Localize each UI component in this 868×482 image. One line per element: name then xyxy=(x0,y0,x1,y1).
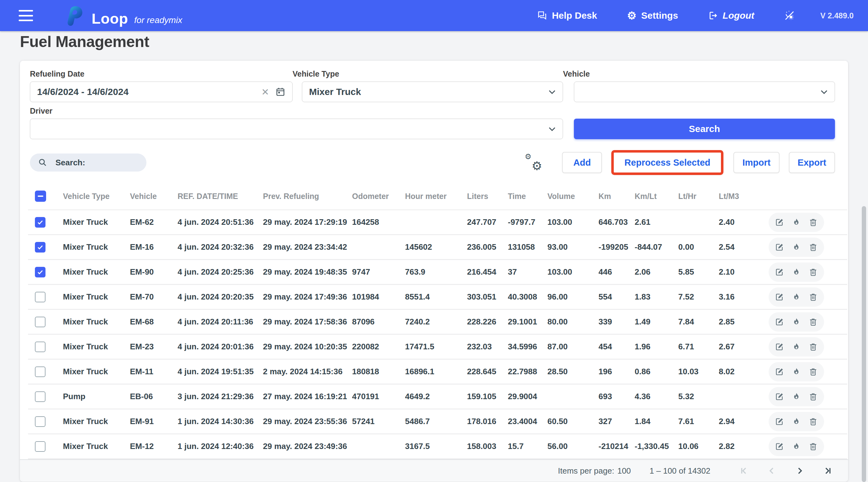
edit-icon[interactable] xyxy=(775,317,784,327)
delete-icon[interactable] xyxy=(808,317,818,327)
row-checkbox[interactable] xyxy=(35,342,45,352)
row-checkbox[interactable] xyxy=(35,242,45,253)
row-checkbox[interactable] xyxy=(35,416,45,427)
row-checkbox[interactable] xyxy=(35,366,45,377)
table-cell: 56.00 xyxy=(548,442,598,451)
edit-icon[interactable] xyxy=(775,342,784,352)
delete-icon[interactable] xyxy=(808,417,818,426)
column-header[interactable]: REF. DATE/TIME xyxy=(178,192,263,201)
edit-icon[interactable] xyxy=(775,242,784,252)
fuel-icon[interactable] xyxy=(792,417,801,426)
delete-icon[interactable] xyxy=(808,342,818,352)
table-cell: Mixer Truck xyxy=(63,442,130,451)
column-header[interactable]: Km xyxy=(598,192,634,201)
refueling-date-label: Refueling Date xyxy=(30,69,292,78)
edit-icon[interactable] xyxy=(775,292,784,302)
import-button[interactable]: Import xyxy=(734,152,779,173)
column-header[interactable]: Prev. Refueling xyxy=(263,192,352,201)
help-desk-button[interactable]: Help Desk xyxy=(537,10,597,21)
table-cell: Mixer Truck xyxy=(63,317,130,327)
theme-toggle-button[interactable] xyxy=(784,10,795,21)
settings-button[interactable]: ⚙ Settings xyxy=(627,10,678,21)
column-header[interactable]: Odometer xyxy=(352,192,405,201)
table-cell: 1.49 xyxy=(634,317,678,327)
column-header[interactable]: Vehicle Type xyxy=(63,192,130,201)
chat-icon xyxy=(537,10,547,21)
delete-icon[interactable] xyxy=(808,217,818,227)
vehicle-type-select[interactable]: Mixer Truck xyxy=(302,82,563,102)
table-cell: 22.7988 xyxy=(508,367,548,377)
next-page-button[interactable] xyxy=(795,465,805,476)
table-row: Mixer Truck EM-70 4 jun. 2024 20:20:35 2… xyxy=(28,285,847,310)
row-checkbox[interactable] xyxy=(35,217,45,228)
row-checkbox[interactable] xyxy=(35,391,45,402)
delete-icon[interactable] xyxy=(808,242,818,252)
row-checkbox[interactable] xyxy=(35,292,45,302)
table-row: Mixer Truck EM-16 4 jun. 2024 20:32:36 2… xyxy=(28,235,847,260)
fuel-icon[interactable] xyxy=(792,267,801,277)
table-cell: EM-16 xyxy=(130,242,178,252)
refueling-date-input[interactable]: 14/6/2024 - 14/6/2024 ✕ xyxy=(30,82,292,102)
menu-icon[interactable] xyxy=(19,10,33,21)
table-footer: Items per page: 100 1 – 100 of 14302 xyxy=(20,459,848,482)
fuel-icon[interactable] xyxy=(792,242,801,252)
edit-icon[interactable] xyxy=(775,392,784,401)
table-search-input[interactable]: Search: xyxy=(30,154,147,171)
last-page-button[interactable] xyxy=(823,465,833,476)
fuel-icon[interactable] xyxy=(792,392,801,401)
edit-icon[interactable] xyxy=(775,217,784,227)
table-toolbar: Search: ⚙ ⚙ Add Reprocess Selected Impor… xyxy=(20,150,848,175)
column-settings-icon[interactable]: ⚙ ⚙ xyxy=(525,154,543,171)
column-header[interactable]: Lt/Hr xyxy=(678,192,719,201)
items-per-page-select[interactable]: 100 xyxy=(617,466,630,476)
table-cell: 693 xyxy=(598,392,634,401)
row-checkbox[interactable] xyxy=(35,267,45,278)
delete-icon[interactable] xyxy=(808,392,818,401)
calendar-icon[interactable] xyxy=(275,87,285,97)
vertical-scrollbar[interactable] xyxy=(862,206,866,482)
search-button[interactable]: Search xyxy=(574,119,835,139)
delete-icon[interactable] xyxy=(808,267,818,277)
driver-select[interactable] xyxy=(30,119,563,139)
table-cell: 93.00 xyxy=(548,242,598,252)
column-header[interactable]: Time xyxy=(508,192,548,201)
column-header[interactable]: Lt/M3 xyxy=(719,192,769,201)
fuel-icon[interactable] xyxy=(792,342,801,352)
edit-icon[interactable] xyxy=(775,367,784,377)
table-cell: 236.005 xyxy=(467,242,508,252)
add-button[interactable]: Add xyxy=(562,152,602,173)
fuel-icon[interactable] xyxy=(792,367,801,377)
refueling-date-value: 14/6/2024 - 14/6/2024 xyxy=(37,87,259,97)
edit-icon[interactable] xyxy=(775,417,784,426)
table-cell: 220082 xyxy=(352,342,405,352)
delete-icon[interactable] xyxy=(808,292,818,302)
select-all-checkbox[interactable] xyxy=(35,191,46,202)
delete-icon[interactable] xyxy=(808,367,818,377)
column-header[interactable]: Km/Lt xyxy=(634,192,678,201)
column-header[interactable]: Hour meter xyxy=(405,192,467,201)
column-header[interactable]: Vehicle xyxy=(130,192,178,201)
table-cell: 80.00 xyxy=(548,317,598,327)
row-checkbox[interactable] xyxy=(35,441,45,452)
column-header[interactable]: Liters xyxy=(467,192,508,201)
page-range-label: 1 – 100 of 14302 xyxy=(650,466,710,476)
export-button[interactable]: Export xyxy=(789,152,835,173)
clear-date-icon[interactable]: ✕ xyxy=(261,87,269,97)
fuel-icon[interactable] xyxy=(792,317,801,327)
first-page-button[interactable] xyxy=(738,465,749,476)
edit-icon[interactable] xyxy=(775,267,784,277)
table-cell: 232.03 xyxy=(467,342,508,352)
reprocess-selected-button[interactable]: Reprocess Selected xyxy=(611,150,723,175)
fuel-icon[interactable] xyxy=(792,442,801,451)
chevron-down-icon xyxy=(548,90,556,94)
table-cell: 0.00 xyxy=(678,242,719,252)
fuel-icon[interactable] xyxy=(792,292,801,302)
column-header[interactable]: Volume xyxy=(548,192,598,201)
vehicle-select[interactable] xyxy=(574,82,835,102)
delete-icon[interactable] xyxy=(808,442,818,451)
row-checkbox[interactable] xyxy=(35,317,45,327)
previous-page-button[interactable] xyxy=(767,465,777,476)
edit-icon[interactable] xyxy=(775,442,784,451)
logout-button[interactable]: Logout xyxy=(708,10,754,21)
fuel-icon[interactable] xyxy=(792,217,801,227)
